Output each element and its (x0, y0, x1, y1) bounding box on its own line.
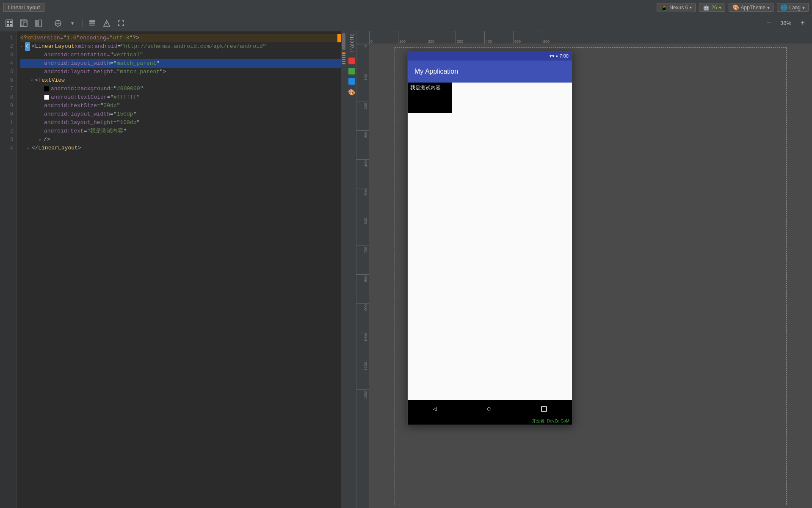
svg-rect-9 (39, 20, 41, 27)
layers-icon (88, 19, 96, 27)
constraints-dropdown[interactable]: ▾ (66, 17, 78, 29)
scroll-marker-2 (342, 55, 345, 56)
editor-scrollbar-thumb[interactable] (342, 33, 345, 50)
color-swatch-black[interactable] (44, 86, 49, 91)
layout-title: LinearLayout (3, 3, 44, 12)
api-version: 26 (711, 5, 717, 11)
scroll-marker-3 (342, 57, 345, 58)
layers-btn[interactable] (86, 17, 98, 29)
device-name: Nexus 6 (669, 5, 688, 11)
top-toolbar: LinearLayout 📱 Nexus 6 ▾ 🤖 26 ▾ 🎨 AppThe… (0, 0, 812, 15)
ruler-corner (356, 31, 369, 44)
code-line-3: android:orientation="vertical" (20, 51, 341, 59)
scroll-marker-6 (342, 63, 345, 64)
svg-rect-7 (24, 21, 26, 23)
lang-chevron: ▾ (802, 5, 805, 11)
vruler-700: 700 (364, 247, 368, 253)
svg-rect-6 (21, 21, 23, 26)
zoom-value: 36% (777, 20, 794, 26)
phone-app-bar: My Application (408, 61, 572, 83)
code-line-12: android:text="我是测试内容" (20, 127, 341, 135)
main-canvas[interactable]: ▾▾ ▪ 7:00 My Application 我是测试内容 (369, 44, 812, 508)
toolbar-separator-1 (48, 19, 48, 28)
lang-selector[interactable]: 🌐 Lang ▾ (777, 3, 809, 12)
device-chevron: ▾ (690, 5, 692, 10)
code-line-4: android:layout_width="match_parent" (20, 59, 341, 68)
scroll-marker-4 (342, 59, 345, 60)
svg-rect-8 (35, 20, 38, 27)
vruler-0: 0 (364, 45, 368, 47)
fold-marker-2: ▾ (20, 42, 23, 51)
color-swatch-white[interactable] (44, 95, 49, 100)
line-numbers: 1 2 3 4 5 6 7 8 9 0 1 2 3 4 (0, 31, 17, 508)
recents-btn[interactable] (541, 406, 547, 412)
vruler-500: 500 (364, 189, 368, 196)
ruler-row: 0 100 200 300 400 500 (356, 31, 812, 44)
palette-brush-icon[interactable]: 🎨 (348, 89, 355, 96)
fold-marker-6: ▾ (30, 76, 33, 85)
device-selector[interactable]: 📱 Nexus 6 ▾ (657, 3, 696, 12)
vruler-300: 300 (364, 132, 368, 138)
boundary-top (395, 47, 787, 48)
ruler-tick-400: 400 (485, 39, 513, 44)
warning-btn[interactable] (101, 17, 113, 29)
phone-preview: ▾▾ ▪ 7:00 My Application 我是测试内容 (407, 51, 572, 425)
svg-rect-14 (89, 22, 95, 24)
palette-blue[interactable] (348, 78, 355, 85)
vruler-1200: 1200 (364, 391, 368, 399)
constraints-icon (54, 19, 62, 27)
design-view-btn[interactable] (3, 17, 15, 29)
combined-view-btn[interactable] (32, 17, 44, 29)
vertical-ruler: 0 100 200 300 400 500 600 (356, 44, 369, 508)
boundary-right (786, 47, 787, 505)
blueprint-view-btn[interactable] (18, 17, 30, 29)
phone-icon: 📱 (660, 4, 668, 11)
svg-rect-15 (89, 25, 95, 26)
vruler-400: 400 (364, 160, 368, 167)
zoom-in-icon: + (801, 19, 805, 28)
svg-rect-3 (7, 24, 9, 26)
editor-panel: 1 2 3 4 5 6 7 8 9 0 1 2 3 4 <?xml versio… (0, 31, 347, 508)
fold-marker-13: ▸ (39, 135, 42, 144)
code-area[interactable]: 1 2 3 4 5 6 7 8 9 0 1 2 3 4 <?xml versio… (0, 31, 347, 508)
phone-content: 我是测试内容 (408, 83, 572, 210)
code-line-8: android:textColor="#ffffff" (20, 93, 341, 102)
zoom-out-btn[interactable]: − (763, 17, 775, 29)
design-view-icon (6, 19, 13, 27)
warning-icon (103, 19, 110, 27)
api-selector[interactable]: 🤖 26 ▾ (699, 3, 725, 12)
theme-icon: 🎨 (732, 4, 739, 11)
ruler-tick-600: 600 (542, 39, 571, 44)
code-line-11: android:layout_height="100dp" (20, 119, 341, 127)
phone-textview: 我是测试内容 (408, 83, 452, 113)
c-marker: C (25, 42, 30, 51)
zoom-in-btn[interactable]: + (797, 17, 809, 29)
home-btn[interactable]: ○ (486, 405, 491, 413)
ruler-tick-300: 300 (456, 39, 484, 44)
back-btn[interactable]: ◁ (433, 405, 437, 413)
boundary-left (395, 47, 395, 505)
code-line-13: ▸ /> (20, 135, 341, 144)
xml-decl-keyword: xml (27, 34, 37, 42)
blueprint-view-icon (20, 19, 28, 27)
api-chevron: ▾ (719, 5, 721, 11)
editor-scrollbar[interactable] (341, 31, 347, 508)
theme-selector[interactable]: 🎨 AppTheme ▾ (729, 3, 774, 12)
vruler-100: 100 (364, 74, 368, 80)
svg-rect-1 (7, 21, 9, 23)
phone-content-spacer (408, 210, 572, 400)
ruler-tick-200: 200 (427, 39, 456, 44)
code-line-10: android:layout_width="150dp" (20, 110, 341, 119)
constraints-btn[interactable] (52, 17, 64, 29)
palette-panel: Palette 🎨 (347, 31, 356, 508)
expand-btn[interactable] (115, 17, 127, 29)
main-content: 1 2 3 4 5 6 7 8 9 0 1 2 3 4 <?xml versio… (0, 31, 812, 508)
code-line-6: ▾ <TextView (20, 76, 341, 85)
palette-green[interactable] (348, 68, 355, 75)
vruler-1000: 1000 (364, 333, 368, 342)
palette-red[interactable] (348, 58, 355, 64)
canvas-container: 0 100 200 300 400 500 600 (356, 44, 812, 508)
wifi-icon: ▾▾ (550, 53, 555, 59)
code-content[interactable]: <?xml version="1.0" encoding="utf-8"?> ▾… (17, 31, 341, 508)
code-line-5: android:layout_height="match_parent"> (20, 68, 341, 76)
